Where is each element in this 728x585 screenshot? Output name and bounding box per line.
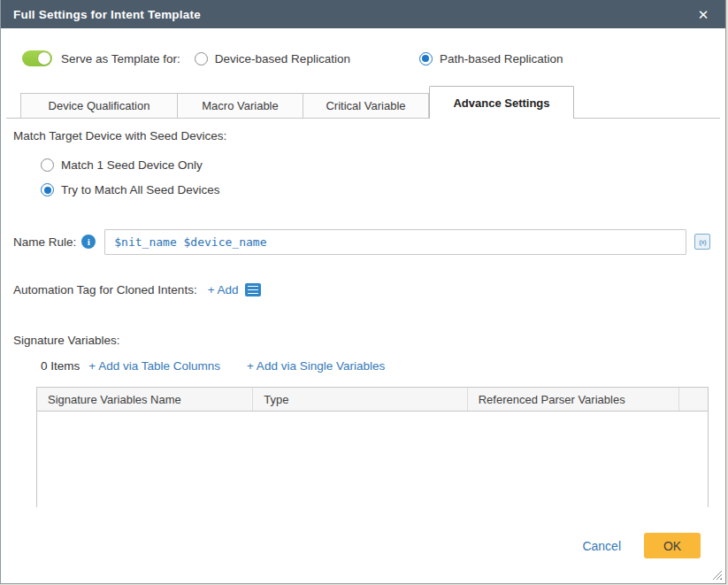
device-based-replication-label: Device-based Replication [215,52,350,65]
radio-icon-unselected[interactable] [195,52,208,65]
radio-icon-selected[interactable] [41,183,54,196]
toggle-knob [38,52,50,65]
tab-device-qualification[interactable]: Device Qualification [20,93,178,119]
name-rule-row: Name Rule: [13,228,713,255]
radio-path-based-replication[interactable]: Path-based Replication [419,52,563,65]
serve-as-template-label: Serve as Template for: [61,52,180,65]
automation-tag-add-link[interactable]: + Add [208,283,239,296]
cancel-button[interactable]: Cancel [582,539,621,553]
column-header-signature-variables-name: Signature Variables Name [37,388,253,411]
match-target-label: Match Target Device with Seed Devices: [13,129,226,142]
tab-macro-variable[interactable]: Macro Variable [178,93,303,119]
table-header-row: Signature Variables Name Type Referenced… [37,388,708,412]
tab-strip: Device Qualification Macro Variable Crit… [1,86,725,119]
dialog-title: Full Settings for Intent Template [13,8,201,21]
signature-variables-actions: 0 Items + Add via Table Columns + Add vi… [41,359,385,373]
tab-critical-variable[interactable]: Critical Variable [303,93,429,119]
tab-advance-settings[interactable]: Advance Settings [429,86,574,119]
table-body-empty [37,412,708,507]
items-count: 0 Items [41,359,80,373]
signature-variables-table: Signature Variables Name Type Referenced… [36,387,709,507]
signature-variables-label: Signature Variables: [13,334,120,347]
column-header-referenced-parser-variables: Referenced Parser Variables [468,388,679,411]
full-settings-dialog: Full Settings for Intent Template Serve … [0,0,726,584]
close-icon[interactable] [695,6,711,22]
match-1-seed-device-label: Match 1 Seed Device Only [61,158,203,172]
column-header-actions [679,388,708,411]
tag-list-icon[interactable] [245,283,261,296]
serve-as-template-toggle[interactable] [22,50,52,66]
name-rule-label: Name Rule: [13,235,76,249]
dialog-footer: Cancel OK [582,533,701,558]
dialog-titlebar: Full Settings for Intent Template [1,0,725,28]
name-rule-input[interactable] [104,229,686,255]
column-header-type: Type [253,388,467,411]
ok-button[interactable]: OK [644,533,701,558]
match-all-seed-devices-label: Try to Match All Seed Devices [61,183,220,196]
radio-icon-selected[interactable] [419,52,433,65]
info-icon[interactable] [81,235,96,249]
radio-device-based-replication[interactable]: Device-based Replication [195,52,350,65]
radio-icon-unselected[interactable] [41,158,54,172]
automation-tag-label: Automation Tag for Cloned Intents: [13,283,197,296]
serve-as-template-row: Serve as Template for: Device-based Repl… [22,50,563,66]
resize-handle-icon[interactable] [712,570,722,580]
add-via-table-columns-link[interactable]: + Add via Table Columns [88,359,220,373]
add-via-single-variables-link[interactable]: + Add via Single Variables [247,359,385,373]
insert-variable-icon[interactable] [694,234,710,250]
automation-tag-row: Automation Tag for Cloned Intents: + Add [13,283,261,296]
radio-match-all-seed-devices[interactable]: Try to Match All Seed Devices [41,183,220,196]
radio-match-1-seed-device[interactable]: Match 1 Seed Device Only [41,158,203,172]
path-based-replication-label: Path-based Replication [440,52,563,65]
